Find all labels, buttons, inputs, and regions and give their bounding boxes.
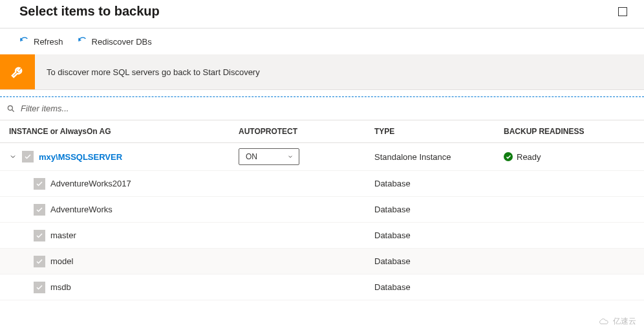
refresh-icon bbox=[19, 36, 30, 47]
page-title: Select items to backup bbox=[19, 4, 160, 19]
banner-icon-wrap bbox=[0, 54, 35, 89]
database-checkbox[interactable] bbox=[34, 204, 45, 216]
info-banner: To discover more SQL servers go back to … bbox=[0, 54, 644, 90]
check-icon bbox=[506, 154, 511, 160]
database-name: AdventureWorks2017 bbox=[50, 179, 131, 188]
refresh-label: Refresh bbox=[34, 37, 63, 47]
database-type: Database bbox=[374, 256, 504, 266]
autoprotect-value: ON bbox=[246, 152, 257, 161]
col-type: TYPE bbox=[374, 127, 504, 136]
close-button[interactable] bbox=[618, 7, 627, 16]
readiness-ok-icon bbox=[504, 152, 513, 161]
database-row[interactable]: masterDatabase bbox=[0, 223, 644, 249]
database-type: Database bbox=[374, 230, 504, 240]
instance-type: Standalone Instance bbox=[374, 152, 504, 162]
col-autoprotect: AUTOPROTECT bbox=[239, 127, 374, 136]
search-icon bbox=[6, 104, 16, 113]
database-checkbox[interactable] bbox=[34, 230, 45, 241]
database-name: AdventureWorks bbox=[50, 205, 113, 214]
refresh-icon bbox=[78, 36, 88, 47]
instance-name: mxy\MSSQLSERVER bbox=[39, 152, 122, 162]
database-checkbox[interactable] bbox=[34, 178, 45, 190]
svg-point-1 bbox=[8, 106, 12, 110]
database-row[interactable]: AdventureWorksDatabase bbox=[0, 197, 644, 223]
database-row[interactable]: msdbDatabase bbox=[0, 274, 644, 300]
database-type: Database bbox=[374, 282, 504, 292]
database-name: master bbox=[50, 230, 76, 240]
database-name: model bbox=[50, 256, 73, 266]
check-icon bbox=[36, 180, 43, 188]
database-row[interactable]: AdventureWorks2017Database bbox=[0, 171, 644, 197]
database-name: msdb bbox=[50, 282, 71, 292]
database-type: Database bbox=[374, 205, 504, 214]
check-icon bbox=[36, 258, 43, 265]
database-checkbox[interactable] bbox=[34, 256, 45, 267]
check-icon bbox=[36, 284, 43, 291]
database-row[interactable]: modelDatabase bbox=[0, 249, 644, 274]
instance-checkbox[interactable] bbox=[22, 151, 34, 162]
chevron-down-icon[interactable] bbox=[9, 153, 17, 161]
filter-input[interactable] bbox=[18, 101, 638, 116]
svg-point-0 bbox=[10, 64, 25, 79]
chevron-down-icon bbox=[287, 153, 294, 160]
instance-row[interactable]: mxy\MSSQLSERVER ON Standalone Instance R… bbox=[0, 143, 644, 171]
readiness-text: Ready bbox=[517, 152, 541, 162]
col-instance: INSTANCE or AlwaysOn AG bbox=[9, 127, 239, 136]
autoprotect-select[interactable]: ON bbox=[239, 148, 299, 165]
refresh-button[interactable]: Refresh bbox=[19, 36, 63, 47]
rediscover-button[interactable]: Rediscover DBs bbox=[78, 36, 152, 47]
svg-line-2 bbox=[12, 109, 14, 111]
wrench-icon bbox=[8, 63, 27, 81]
check-icon bbox=[36, 206, 43, 214]
banner-message: To discover more SQL servers go back to … bbox=[35, 67, 260, 77]
database-type: Database bbox=[374, 179, 504, 188]
database-checkbox[interactable] bbox=[34, 282, 45, 293]
column-header-row: INSTANCE or AlwaysOn AG AUTOPROTECT TYPE… bbox=[0, 120, 644, 143]
rediscover-label: Rediscover DBs bbox=[92, 37, 152, 47]
col-readiness: BACKUP READINESS bbox=[504, 127, 635, 136]
check-icon bbox=[24, 153, 32, 161]
check-icon bbox=[36, 232, 43, 240]
